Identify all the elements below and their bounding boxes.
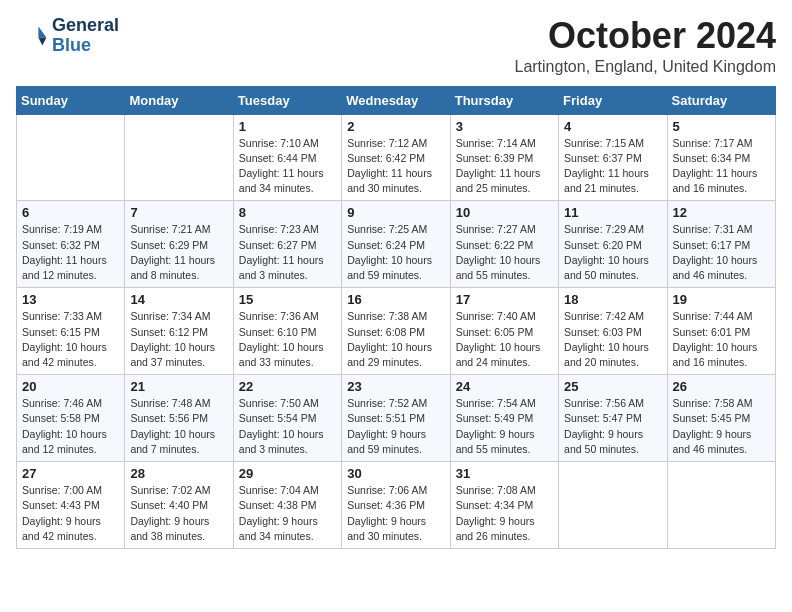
- calendar-cell: 6Sunrise: 7:19 AM Sunset: 6:32 PM Daylig…: [17, 201, 125, 288]
- calendar-cell: [17, 114, 125, 201]
- day-info: Sunrise: 7:10 AM Sunset: 6:44 PM Dayligh…: [239, 136, 336, 197]
- calendar-table: SundayMondayTuesdayWednesdayThursdayFrid…: [16, 86, 776, 549]
- day-number: 14: [130, 292, 227, 307]
- weekday-header-wednesday: Wednesday: [342, 86, 450, 114]
- day-number: 4: [564, 119, 661, 134]
- day-number: 28: [130, 466, 227, 481]
- day-number: 23: [347, 379, 444, 394]
- calendar-cell: 19Sunrise: 7:44 AM Sunset: 6:01 PM Dayli…: [667, 288, 775, 375]
- title-area: October 2024 Lartington, England, United…: [514, 16, 776, 76]
- location-title: Lartington, England, United Kingdom: [514, 58, 776, 76]
- calendar-cell: 18Sunrise: 7:42 AM Sunset: 6:03 PM Dayli…: [559, 288, 667, 375]
- day-info: Sunrise: 7:58 AM Sunset: 5:45 PM Dayligh…: [673, 396, 770, 457]
- day-number: 25: [564, 379, 661, 394]
- day-number: 30: [347, 466, 444, 481]
- svg-marker-1: [38, 37, 46, 45]
- calendar-cell: 31Sunrise: 7:08 AM Sunset: 4:34 PM Dayli…: [450, 462, 558, 549]
- day-info: Sunrise: 7:19 AM Sunset: 6:32 PM Dayligh…: [22, 222, 119, 283]
- calendar-cell: 23Sunrise: 7:52 AM Sunset: 5:51 PM Dayli…: [342, 375, 450, 462]
- weekday-header-thursday: Thursday: [450, 86, 558, 114]
- day-info: Sunrise: 7:27 AM Sunset: 6:22 PM Dayligh…: [456, 222, 553, 283]
- calendar-cell: 16Sunrise: 7:38 AM Sunset: 6:08 PM Dayli…: [342, 288, 450, 375]
- calendar-cell: 29Sunrise: 7:04 AM Sunset: 4:38 PM Dayli…: [233, 462, 341, 549]
- calendar-cell: 17Sunrise: 7:40 AM Sunset: 6:05 PM Dayli…: [450, 288, 558, 375]
- day-info: Sunrise: 7:42 AM Sunset: 6:03 PM Dayligh…: [564, 309, 661, 370]
- day-info: Sunrise: 7:00 AM Sunset: 4:43 PM Dayligh…: [22, 483, 119, 544]
- calendar-cell: 25Sunrise: 7:56 AM Sunset: 5:47 PM Dayli…: [559, 375, 667, 462]
- calendar-header-row: SundayMondayTuesdayWednesdayThursdayFrid…: [17, 86, 776, 114]
- svg-marker-0: [38, 26, 46, 37]
- calendar-week-5: 27Sunrise: 7:00 AM Sunset: 4:43 PM Dayli…: [17, 462, 776, 549]
- logo-line1: General: [52, 16, 119, 36]
- day-info: Sunrise: 7:48 AM Sunset: 5:56 PM Dayligh…: [130, 396, 227, 457]
- day-info: Sunrise: 7:17 AM Sunset: 6:34 PM Dayligh…: [673, 136, 770, 197]
- calendar-week-3: 13Sunrise: 7:33 AM Sunset: 6:15 PM Dayli…: [17, 288, 776, 375]
- day-info: Sunrise: 7:38 AM Sunset: 6:08 PM Dayligh…: [347, 309, 444, 370]
- calendar-cell: 10Sunrise: 7:27 AM Sunset: 6:22 PM Dayli…: [450, 201, 558, 288]
- day-number: 15: [239, 292, 336, 307]
- calendar-cell: 2Sunrise: 7:12 AM Sunset: 6:42 PM Daylig…: [342, 114, 450, 201]
- day-info: Sunrise: 7:29 AM Sunset: 6:20 PM Dayligh…: [564, 222, 661, 283]
- day-info: Sunrise: 7:44 AM Sunset: 6:01 PM Dayligh…: [673, 309, 770, 370]
- calendar-cell: 30Sunrise: 7:06 AM Sunset: 4:36 PM Dayli…: [342, 462, 450, 549]
- day-info: Sunrise: 7:12 AM Sunset: 6:42 PM Dayligh…: [347, 136, 444, 197]
- day-info: Sunrise: 7:06 AM Sunset: 4:36 PM Dayligh…: [347, 483, 444, 544]
- day-info: Sunrise: 7:08 AM Sunset: 4:34 PM Dayligh…: [456, 483, 553, 544]
- day-number: 11: [564, 205, 661, 220]
- calendar-cell: 4Sunrise: 7:15 AM Sunset: 6:37 PM Daylig…: [559, 114, 667, 201]
- day-number: 3: [456, 119, 553, 134]
- weekday-header-tuesday: Tuesday: [233, 86, 341, 114]
- day-info: Sunrise: 7:04 AM Sunset: 4:38 PM Dayligh…: [239, 483, 336, 544]
- day-number: 6: [22, 205, 119, 220]
- day-number: 12: [673, 205, 770, 220]
- calendar-week-1: 1Sunrise: 7:10 AM Sunset: 6:44 PM Daylig…: [17, 114, 776, 201]
- day-info: Sunrise: 7:54 AM Sunset: 5:49 PM Dayligh…: [456, 396, 553, 457]
- calendar-cell: 24Sunrise: 7:54 AM Sunset: 5:49 PM Dayli…: [450, 375, 558, 462]
- calendar-cell: 20Sunrise: 7:46 AM Sunset: 5:58 PM Dayli…: [17, 375, 125, 462]
- day-number: 1: [239, 119, 336, 134]
- calendar-cell: [559, 462, 667, 549]
- weekday-header-saturday: Saturday: [667, 86, 775, 114]
- weekday-header-sunday: Sunday: [17, 86, 125, 114]
- month-title: October 2024: [514, 16, 776, 56]
- day-number: 13: [22, 292, 119, 307]
- calendar-cell: 21Sunrise: 7:48 AM Sunset: 5:56 PM Dayli…: [125, 375, 233, 462]
- day-number: 10: [456, 205, 553, 220]
- calendar-cell: 13Sunrise: 7:33 AM Sunset: 6:15 PM Dayli…: [17, 288, 125, 375]
- day-info: Sunrise: 7:46 AM Sunset: 5:58 PM Dayligh…: [22, 396, 119, 457]
- calendar-cell: 5Sunrise: 7:17 AM Sunset: 6:34 PM Daylig…: [667, 114, 775, 201]
- day-number: 8: [239, 205, 336, 220]
- calendar-cell: 15Sunrise: 7:36 AM Sunset: 6:10 PM Dayli…: [233, 288, 341, 375]
- day-number: 22: [239, 379, 336, 394]
- day-info: Sunrise: 7:15 AM Sunset: 6:37 PM Dayligh…: [564, 136, 661, 197]
- day-number: 24: [456, 379, 553, 394]
- weekday-header-monday: Monday: [125, 86, 233, 114]
- day-number: 21: [130, 379, 227, 394]
- day-info: Sunrise: 7:52 AM Sunset: 5:51 PM Dayligh…: [347, 396, 444, 457]
- calendar-week-2: 6Sunrise: 7:19 AM Sunset: 6:32 PM Daylig…: [17, 201, 776, 288]
- calendar-cell: 14Sunrise: 7:34 AM Sunset: 6:12 PM Dayli…: [125, 288, 233, 375]
- calendar-cell: 27Sunrise: 7:00 AM Sunset: 4:43 PM Dayli…: [17, 462, 125, 549]
- page-header: General Blue October 2024 Lartington, En…: [16, 16, 776, 76]
- day-info: Sunrise: 7:14 AM Sunset: 6:39 PM Dayligh…: [456, 136, 553, 197]
- calendar-week-4: 20Sunrise: 7:46 AM Sunset: 5:58 PM Dayli…: [17, 375, 776, 462]
- calendar-cell: 11Sunrise: 7:29 AM Sunset: 6:20 PM Dayli…: [559, 201, 667, 288]
- calendar-cell: 8Sunrise: 7:23 AM Sunset: 6:27 PM Daylig…: [233, 201, 341, 288]
- day-number: 2: [347, 119, 444, 134]
- calendar-cell: 28Sunrise: 7:02 AM Sunset: 4:40 PM Dayli…: [125, 462, 233, 549]
- calendar-cell: 7Sunrise: 7:21 AM Sunset: 6:29 PM Daylig…: [125, 201, 233, 288]
- calendar-cell: 26Sunrise: 7:58 AM Sunset: 5:45 PM Dayli…: [667, 375, 775, 462]
- calendar-cell: 3Sunrise: 7:14 AM Sunset: 6:39 PM Daylig…: [450, 114, 558, 201]
- calendar-cell: [125, 114, 233, 201]
- day-info: Sunrise: 7:23 AM Sunset: 6:27 PM Dayligh…: [239, 222, 336, 283]
- day-number: 19: [673, 292, 770, 307]
- day-number: 18: [564, 292, 661, 307]
- day-number: 16: [347, 292, 444, 307]
- day-info: Sunrise: 7:25 AM Sunset: 6:24 PM Dayligh…: [347, 222, 444, 283]
- day-number: 17: [456, 292, 553, 307]
- day-info: Sunrise: 7:21 AM Sunset: 6:29 PM Dayligh…: [130, 222, 227, 283]
- logo-text: General Blue: [52, 16, 119, 56]
- calendar-cell: 22Sunrise: 7:50 AM Sunset: 5:54 PM Dayli…: [233, 375, 341, 462]
- day-number: 29: [239, 466, 336, 481]
- weekday-header-friday: Friday: [559, 86, 667, 114]
